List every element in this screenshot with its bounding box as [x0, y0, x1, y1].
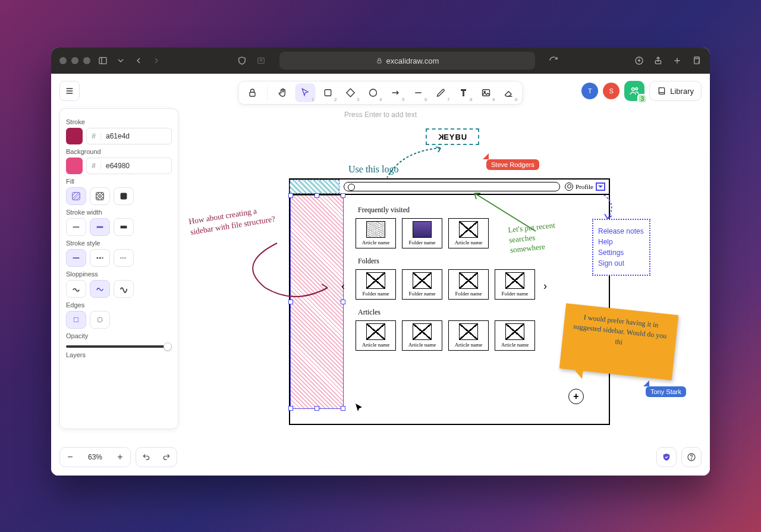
line-tool[interactable]: 6	[408, 83, 429, 102]
logo-element[interactable]: KEYBU	[426, 128, 479, 145]
sidebar-toggle-icon[interactable]	[98, 55, 108, 66]
slop-arch[interactable]	[66, 280, 86, 298]
add-fab[interactable]: +	[568, 389, 584, 404]
close-icon[interactable]	[59, 57, 67, 64]
dropdown-item[interactable]: Release notes	[598, 227, 644, 235]
fill-hachure[interactable]	[66, 187, 86, 205]
stroke-width-label: Stroke width	[66, 209, 172, 216]
profile-dropdown-icon[interactable]	[596, 182, 605, 191]
lock-tool[interactable]	[243, 83, 263, 102]
background-hex-input[interactable]: #e64980	[86, 158, 172, 174]
stroke-hex-input[interactable]: #a61e4d	[86, 128, 172, 144]
folder-card[interactable]: Folder name	[356, 269, 396, 300]
background-swatch[interactable]	[66, 158, 83, 174]
menu-button[interactable]	[59, 81, 80, 101]
zoom-out-button[interactable]: −	[60, 452, 80, 462]
style-dotted[interactable]	[114, 249, 134, 267]
hamburger-icon	[65, 86, 74, 96]
article-card[interactable]: Article name	[402, 320, 442, 351]
folder-card[interactable]: Folder name	[495, 269, 535, 300]
cursor-label-steve: Steve Rodgers	[486, 159, 539, 170]
fill-label: Fill	[66, 178, 172, 185]
dropdown-item[interactable]: Settings	[598, 248, 644, 257]
dropdown-item[interactable]: Sign out	[598, 259, 644, 267]
dropdown-item[interactable]: Help	[598, 238, 644, 246]
share-icon[interactable]	[653, 55, 663, 66]
opacity-slider[interactable]	[66, 345, 172, 348]
redo-button[interactable]	[156, 453, 177, 461]
svg-point-11	[632, 88, 635, 91]
width-thin[interactable]	[66, 218, 86, 236]
arrow-tool[interactable]: 5	[386, 83, 406, 102]
reader-icon[interactable]	[256, 55, 266, 66]
arrow-sidebar	[229, 240, 337, 300]
style-dashed[interactable]	[90, 249, 110, 267]
fill-solid[interactable]	[114, 187, 134, 205]
svg-rect-2	[378, 61, 381, 64]
image-tool[interactable]: 9	[476, 83, 496, 102]
edges-label: Edges	[66, 301, 172, 309]
download-icon[interactable]	[634, 55, 644, 66]
share-button[interactable]: 3	[624, 81, 644, 101]
reload-icon[interactable]	[548, 55, 559, 66]
width-med[interactable]	[90, 218, 110, 236]
edge-round[interactable]	[90, 311, 110, 329]
tool-toolbar: 1 2 3 4 5 6 7 8 9 0	[238, 81, 523, 105]
eraser-tool[interactable]: 0	[499, 83, 519, 102]
article-card[interactable]: Article name	[448, 320, 489, 351]
width-thick[interactable]	[114, 218, 134, 236]
svg-rect-17	[98, 317, 102, 322]
arrow-logo	[384, 145, 449, 181]
slop-artist[interactable]	[90, 280, 110, 298]
shield-icon[interactable]	[237, 55, 247, 66]
hand-tool[interactable]	[273, 83, 293, 102]
carousel-next-icon[interactable]: ›	[543, 280, 547, 292]
select-tool[interactable]: 1	[295, 83, 316, 102]
sticky-note[interactable]: I would prefer having it in suggested si…	[559, 303, 678, 380]
text-tool[interactable]: 8	[454, 83, 474, 102]
maximize-icon[interactable]	[83, 57, 90, 64]
zoom-in-button[interactable]: +	[110, 452, 130, 462]
url-bar[interactable]: excalidraw.com	[279, 52, 535, 70]
tabs-icon[interactable]	[691, 55, 702, 66]
stroke-swatch[interactable]	[66, 128, 83, 144]
article-card[interactable]: Article name	[495, 320, 535, 351]
freq-card[interactable]: Article name	[356, 218, 396, 248]
sloppiness-label: Sloppiness	[66, 270, 172, 278]
shield-badge[interactable]	[656, 447, 677, 467]
back-icon[interactable]	[133, 55, 144, 66]
ellipse-tool[interactable]: 4	[363, 83, 383, 102]
window-controls[interactable]	[59, 57, 90, 64]
forward-icon[interactable]	[151, 55, 162, 66]
wireframe-frame[interactable]: Profile Frequently visited Article name …	[289, 178, 610, 425]
folder-card[interactable]: Folder name	[402, 269, 442, 300]
style-solid[interactable]	[66, 249, 86, 267]
tab-dropdown-icon[interactable]	[115, 55, 126, 66]
freq-card[interactable]: Folder name	[402, 218, 442, 248]
diamond-tool[interactable]: 3	[341, 83, 361, 102]
zoom-value[interactable]: 63%	[80, 453, 110, 461]
carousel-prev-icon[interactable]: ‹	[341, 280, 345, 292]
folder-cards: Folder name Folder name Folder name Fold…	[356, 269, 605, 300]
help-button[interactable]	[681, 447, 702, 467]
minimize-icon[interactable]	[71, 57, 78, 64]
dropdown-menu[interactable]: Release notes Help Settings Sign out	[592, 219, 650, 276]
stroke-style-label: Stroke style	[66, 240, 172, 247]
avatar-s[interactable]: S	[603, 83, 620, 99]
wireframe-sidebar-selected[interactable]	[290, 195, 344, 409]
wireframe-logo-slot[interactable]	[290, 180, 339, 194]
folder-card[interactable]: Folder name	[448, 269, 489, 300]
zoom-controls: − 63% +	[59, 447, 177, 467]
slop-cartoon[interactable]	[114, 280, 134, 298]
fill-cross[interactable]	[90, 187, 110, 205]
svg-rect-6	[250, 92, 255, 96]
library-button[interactable]: Library	[649, 81, 702, 101]
article-card[interactable]: Article name	[356, 320, 396, 351]
avatar-t[interactable]: T	[581, 83, 598, 99]
rectangle-tool[interactable]: 2	[318, 83, 338, 102]
draw-tool[interactable]: 7	[431, 83, 451, 102]
svg-rect-0	[99, 58, 106, 64]
new-tab-icon[interactable]	[672, 55, 683, 66]
undo-button[interactable]	[136, 453, 156, 461]
edge-sharp[interactable]	[66, 311, 86, 329]
